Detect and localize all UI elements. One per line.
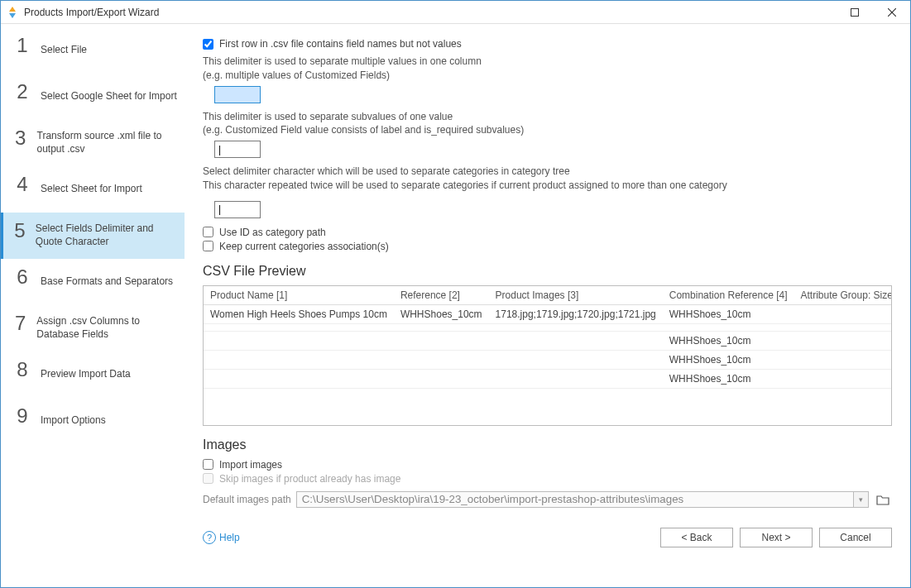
import-images-checkbox[interactable] xyxy=(203,459,213,470)
table-row[interactable]: WHHShoes_10cm1720.jpg xyxy=(204,369,892,388)
table-cell xyxy=(489,350,663,369)
cat-delim-desc2: This character repeated twice will be us… xyxy=(203,179,892,193)
table-cell xyxy=(489,369,663,388)
wizard-sidebar: 1Select File 2Select Google Sheet for Im… xyxy=(1,24,185,587)
main-panel: First row in .csv file contains field na… xyxy=(185,24,910,587)
skip-images-checkbox xyxy=(203,473,213,484)
table-cell: WHHShoes_10cm xyxy=(663,304,794,323)
cat-delim-input[interactable] xyxy=(214,201,261,218)
help-label: Help xyxy=(219,532,240,543)
table-cell xyxy=(394,331,489,350)
use-id-label: Use ID as category path xyxy=(219,227,326,238)
table-cell xyxy=(394,369,489,388)
csv-preview-grid[interactable]: Product Name [1] Reference [2] Product I… xyxy=(203,285,892,426)
table-cell: WHHShoes_10cm xyxy=(663,331,794,350)
step-4[interactable]: 4Select Sheet for Import xyxy=(1,166,185,213)
table-cell xyxy=(489,331,663,350)
step-2[interactable]: 2Select Google Sheet for Import xyxy=(1,74,185,120)
col-header[interactable]: Product Name [1] xyxy=(204,286,394,305)
multi-delim-desc1: This delimiter is used to separate multi… xyxy=(203,55,892,69)
use-id-checkbox[interactable] xyxy=(203,227,213,237)
cat-delim-desc1: Select delimiter character which will be… xyxy=(203,165,892,179)
svg-marker-0 xyxy=(9,7,16,12)
step-6[interactable]: 6Base Formats and Separators xyxy=(1,259,185,305)
table-row[interactable]: Women High Heels Shoes Pumps 10cmWHHShoe… xyxy=(204,304,892,323)
table-cell xyxy=(204,350,394,369)
table-cell: WHHShoes_10cm xyxy=(663,350,794,369)
app-icon xyxy=(6,6,19,19)
close-button[interactable] xyxy=(873,1,910,24)
svg-rect-2 xyxy=(851,8,858,16)
table-cell: WHHShoes_10cm xyxy=(663,369,794,388)
maximize-button[interactable] xyxy=(836,1,873,24)
keep-cat-label: Keep current categories association(s) xyxy=(219,241,389,252)
table-cell xyxy=(794,323,892,331)
step-9[interactable]: 9Import Options xyxy=(1,398,185,444)
images-path-input[interactable] xyxy=(296,491,854,508)
step-7[interactable]: 7Assign .csv Columns to Database Fields xyxy=(1,305,185,351)
csv-preview-title: CSV File Preview xyxy=(203,264,892,279)
table-cell xyxy=(794,331,892,350)
back-button[interactable]: < Back xyxy=(660,528,733,547)
table-cell xyxy=(794,304,892,323)
table-cell xyxy=(394,323,489,331)
multi-delim-input[interactable] xyxy=(214,86,261,103)
col-header[interactable]: Reference [2] xyxy=(394,286,489,305)
table-header-row: Product Name [1] Reference [2] Product I… xyxy=(204,286,892,305)
titlebar: Products Import/Export Wizard xyxy=(1,1,910,24)
keep-cat-checkbox[interactable] xyxy=(203,241,213,251)
table-row[interactable] xyxy=(204,323,892,331)
col-header[interactable]: Attribute Group: Size [5] xyxy=(794,286,892,305)
step-1[interactable]: 1Select File xyxy=(1,27,185,74)
skip-images-label: Skip images if product already has image xyxy=(219,473,400,485)
table-row[interactable]: WHHShoes_10cm1718.jpg xyxy=(204,331,892,350)
table-cell xyxy=(204,369,394,388)
step-5[interactable]: 5Select Fields Delimiter and Quote Chara… xyxy=(1,213,185,259)
window-title: Products Import/Export Wizard xyxy=(24,7,836,18)
svg-marker-1 xyxy=(9,13,16,18)
col-header[interactable]: Product Images [3] xyxy=(489,286,663,305)
table-row[interactable]: WHHShoes_10cm1719.jpg xyxy=(204,350,892,369)
sub-delim-desc1: This delimiter is used to separate subva… xyxy=(203,110,892,124)
table-cell xyxy=(794,369,892,388)
table-cell xyxy=(794,350,892,369)
cancel-button[interactable]: Cancel xyxy=(819,528,892,547)
table-cell xyxy=(394,350,489,369)
sub-delim-desc2: (e.g. Customized Field value consists of… xyxy=(203,123,892,137)
images-path-label: Default images path xyxy=(203,494,291,505)
col-header[interactable]: Combination Reference [4] xyxy=(663,286,794,305)
images-path-dropdown[interactable]: ▾ xyxy=(854,491,869,508)
next-button[interactable]: Next > xyxy=(740,528,813,547)
help-icon: ? xyxy=(203,531,216,544)
table-cell: Women High Heels Shoes Pumps 10cm xyxy=(204,304,394,323)
table-cell: 1718.jpg;1719.jpg;1720.jpg;1721.jpg xyxy=(489,304,663,323)
first-row-label: First row in .csv file contains field na… xyxy=(219,38,462,50)
step-3[interactable]: 3Transform source .xml file to output .c… xyxy=(1,120,185,166)
first-row-checkbox[interactable] xyxy=(203,39,213,50)
table-cell xyxy=(204,323,394,331)
help-link[interactable]: ? Help xyxy=(203,531,240,544)
images-title: Images xyxy=(203,437,892,452)
step-8[interactable]: 8Preview Import Data xyxy=(1,351,185,398)
folder-icon[interactable] xyxy=(874,491,892,508)
table-cell: WHHShoes_10cm xyxy=(394,304,489,323)
sub-delim-input[interactable] xyxy=(214,141,261,158)
table-cell xyxy=(204,331,394,350)
table-cell xyxy=(663,323,794,331)
multi-delim-desc2: (e.g. multiple values of Customized Fiel… xyxy=(203,69,892,83)
table-cell xyxy=(489,323,663,331)
import-images-label: Import images xyxy=(219,459,282,471)
